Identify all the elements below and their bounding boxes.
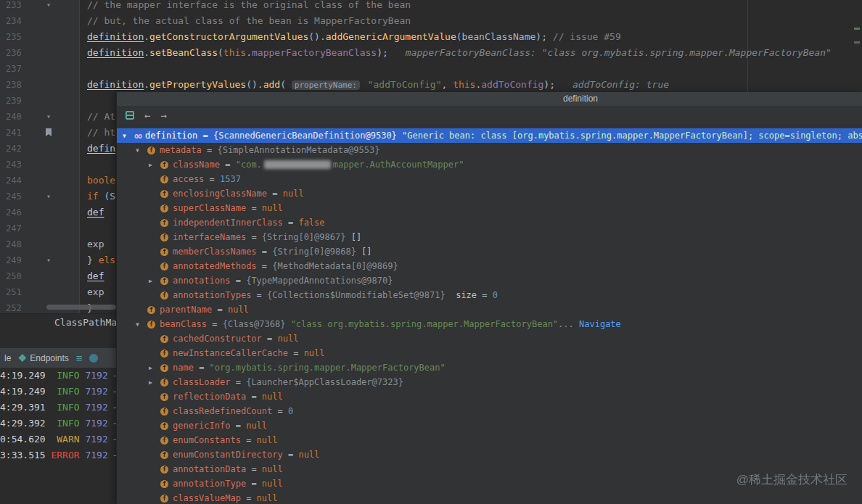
tree-row-beanClass[interactable]: ▼fbeanClass = {Class@7368} "class org.my…	[117, 317, 862, 331]
line-number[interactable]: 235	[0, 29, 29, 45]
line-number[interactable]: 246	[0, 205, 29, 220]
line-numbers-column: 2332342352362372382392402412422432442452…	[0, 0, 29, 316]
token: 1537	[220, 174, 241, 184]
fold-icon[interactable]: ▾	[41, 189, 57, 205]
token: ().	[308, 31, 325, 42]
token: .	[144, 31, 149, 42]
tree-row-genericInfo[interactable]: fgenericInfo = null	[117, 418, 862, 433]
endpoints-icon	[18, 354, 26, 362]
tab-endpoints[interactable]: Endpoints	[18, 353, 68, 363]
line-number[interactable]: 249	[0, 252, 29, 268]
line-number[interactable]: 252	[0, 300, 29, 316]
horizontal-scrollbar-thumb[interactable]	[46, 305, 116, 310]
tree-row-annotatedMethods[interactable]: fannotatedMethods = {MethodMetadata[0]@9…	[117, 259, 862, 273]
expand-arrow-icon[interactable]: ▶	[149, 278, 160, 284]
breadcrumb[interactable]: ClassPathMap	[54, 317, 123, 328]
tree-row-independentInnerClass[interactable]: findependentInnerClass = false	[117, 215, 862, 230]
field-icon: f	[160, 175, 168, 183]
tab-console-partial[interactable]: le	[4, 353, 11, 363]
token: enumConstants	[173, 435, 241, 445]
variables-tree: ▼oodefinition = {ScannedGenericBeanDefin…	[117, 125, 862, 504]
tree-row-access[interactable]: faccess = 1537	[117, 172, 862, 186]
line-number[interactable]: 233	[0, 0, 29, 13]
line-number[interactable]: 236	[0, 45, 29, 61]
tree-row-annotations[interactable]: ▶fannotations = {TypeMappedAnnotations@9…	[117, 273, 862, 288]
token: =	[288, 348, 304, 358]
line-number[interactable]: 243	[0, 157, 29, 173]
fold-icon[interactable]: ▾	[41, 109, 57, 125]
tree-row-superClassName[interactable]: fsuperClassName = null	[117, 201, 862, 215]
tree-row-definition[interactable]: ▼oodefinition = {ScannedGenericBeanDefin…	[117, 128, 862, 143]
fold-icon[interactable]: ▾	[41, 252, 57, 268]
line-number[interactable]: 251	[0, 284, 29, 300]
add-to-watches-icon[interactable]	[126, 111, 134, 120]
code-line[interactable]	[0, 61, 862, 77]
expand-arrow-icon[interactable]: ▶	[149, 162, 160, 168]
code-line[interactable]: definition.getPropertyValues().add( prop…	[0, 77, 862, 93]
tree-row-interfaceNames[interactable]: finterfaceNames = {String[0]@9867} []	[117, 230, 862, 244]
token: []	[361, 247, 372, 257]
forward-arrow-icon[interactable]: →	[160, 110, 166, 120]
gutter-cell	[41, 236, 57, 252]
bookmark-icon[interactable]	[41, 125, 57, 141]
tool-window-icon[interactable]	[89, 354, 98, 363]
code-line[interactable]: definition.setBeanClass(this.mapperFacto…	[0, 45, 862, 61]
tree-row-enumConstants[interactable]: fenumConstants = null	[117, 433, 862, 447]
line-number[interactable]: 244	[0, 173, 29, 189]
tree-row-reflectionData[interactable]: freflectionData = null	[117, 389, 862, 404]
token: def	[87, 207, 104, 218]
expand-arrow-icon[interactable]: ▼	[136, 147, 147, 154]
tree-row-enclosingClassName[interactable]: fenclosingClassName = null	[117, 186, 862, 201]
token: null	[262, 392, 283, 402]
tree-row-metadata[interactable]: ▼fmetadata = {SimpleAnnotationMetadata@9…	[117, 143, 862, 157]
token: }	[87, 255, 99, 265]
token: null	[257, 493, 278, 503]
fold-icon[interactable]: ▾	[41, 0, 57, 13]
line-number[interactable]: 234	[0, 13, 29, 29]
menu-icon[interactable]: ≡	[76, 352, 83, 363]
tree-row-className[interactable]: ▶fclassName = "com.mapper.AuthAccountMap…	[117, 157, 862, 172]
tree-row-memberClassNames[interactable]: fmemberClassNames = {String[0]@9868} []	[117, 244, 862, 259]
code-line[interactable]: definition.getConstructorArgumentValues(…	[0, 29, 862, 45]
token: exp	[87, 239, 104, 249]
line-number[interactable]: 247	[0, 220, 29, 236]
line-number[interactable]: 239	[0, 93, 29, 109]
line-number[interactable]: 238	[0, 77, 29, 93]
gutter-cell	[41, 268, 57, 284]
token: );	[377, 47, 388, 58]
navigate-link[interactable]: Navigate	[579, 319, 621, 329]
token: {String[0]@9868}	[272, 247, 361, 257]
token: =	[246, 464, 262, 474]
expand-arrow-icon[interactable]: ▶	[149, 379, 160, 386]
token: "Generic bean: class [org.mybatis.spring…	[402, 131, 862, 141]
tree-row-classLoader[interactable]: ▶fclassLoader = {Launcher$AppClassLoader…	[117, 375, 862, 389]
tree-row-newInstanceCallerCache[interactable]: fnewInstanceCallerCache = null	[117, 346, 862, 360]
token: getPropertyValues	[149, 79, 246, 90]
code-line[interactable]: // but, the actual class of the bean is …	[0, 13, 862, 29]
tree-row-classValueMap[interactable]: fclassValueMap = null	[117, 491, 862, 504]
code-line[interactable]: // the mapper interface is the original …	[0, 0, 862, 13]
tree-row-enumConstantDirectory[interactable]: fenumConstantDirectory = null	[117, 447, 862, 462]
line-number[interactable]: 248	[0, 236, 29, 252]
tree-row-cachedConstructor[interactable]: fcachedConstructor = null	[117, 331, 862, 346]
token: =	[230, 377, 246, 387]
token: null	[304, 348, 325, 358]
line-number[interactable]: 242	[0, 141, 29, 157]
console-tab-bar: le Endpoints ≡	[0, 348, 116, 368]
token: 0	[288, 406, 293, 416]
expand-arrow-icon[interactable]: ▶	[149, 365, 160, 371]
line-number[interactable]: 241	[0, 125, 29, 141]
line-number[interactable]: 237	[0, 61, 29, 77]
tree-row-name[interactable]: ▶fname = "org.mybatis.spring.mapper.Mapp…	[117, 360, 862, 375]
line-number[interactable]: 240	[0, 109, 29, 125]
line-number[interactable]: 245	[0, 189, 29, 205]
token: (	[218, 47, 223, 58]
expand-arrow-icon[interactable]: ▼	[136, 321, 147, 328]
tree-row-classRedefinedCount[interactable]: fclassRedefinedCount = 0	[117, 404, 862, 418]
back-arrow-icon[interactable]: ←	[144, 110, 150, 120]
line-number[interactable]: 250	[0, 268, 29, 284]
gutter-cell	[41, 220, 57, 236]
expand-arrow-icon[interactable]: ▼	[123, 133, 134, 139]
tree-row-parentName[interactable]: fparentName = null	[117, 302, 862, 317]
tree-row-annotationTypes[interactable]: fannotationTypes = {Collections$Unmodifi…	[117, 288, 862, 302]
